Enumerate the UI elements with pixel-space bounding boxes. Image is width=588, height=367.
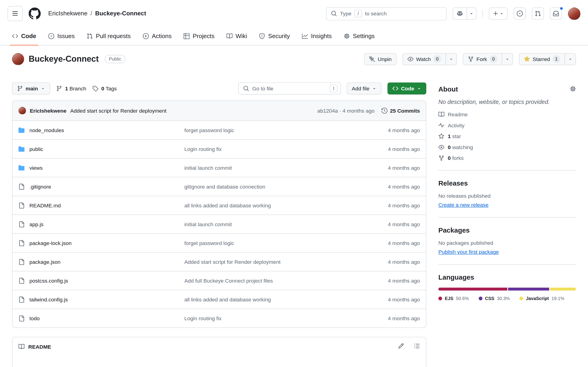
file-name-link[interactable]: public (29, 146, 43, 152)
user-avatar[interactable] (568, 7, 580, 20)
issue-opened-icon (517, 10, 523, 17)
tab-projects[interactable]: Projects (178, 27, 221, 45)
notifications-inbox-button[interactable] (550, 8, 562, 20)
file-name-link[interactable]: .gitignore (29, 184, 51, 190)
search-placeholder-pre: Type (340, 10, 351, 17)
sidebar-forks-link[interactable]: 0 forks (438, 155, 576, 161)
tab-code[interactable]: Code (6, 27, 42, 45)
file-icon (18, 315, 24, 321)
file-row: node_modules forget password logic 4 mon… (12, 120, 426, 139)
chevron-down-icon (449, 57, 454, 61)
file-commit-message[interactable]: Login routing fix (184, 146, 344, 152)
file-commit-time: 4 months ago (345, 240, 420, 246)
unpin-button[interactable]: Unpin (364, 53, 397, 65)
language-bar-segment-ejs (438, 288, 507, 291)
tab-insights[interactable]: Insights (296, 27, 338, 45)
sidebar-activity-link[interactable]: Activity (438, 123, 576, 128)
about-title: About (438, 85, 458, 93)
file-commit-message[interactable]: Add full Buckeye Connect project files (184, 277, 344, 284)
branches-link[interactable]: 1 Branch (56, 85, 86, 92)
pull-requests-dashboard-button[interactable] (532, 8, 544, 20)
go-to-file-input[interactable]: Go to file t (238, 82, 341, 94)
file-commit-message[interactable]: all links added and database working (184, 202, 344, 208)
file-name-link[interactable]: app.js (29, 221, 43, 227)
tags-link[interactable]: 0 Tags (92, 85, 117, 92)
starred-button[interactable]: Starred 1 (519, 53, 565, 65)
publish-package-link[interactable]: Publish your first package (438, 249, 499, 255)
tab-actions[interactable]: Actions (137, 27, 178, 45)
file-commit-message[interactable]: forget password logic (184, 127, 344, 133)
watch-button-group: Watch 0 (402, 53, 457, 65)
file-name-link[interactable]: package-lock.json (29, 240, 72, 246)
star-icon (438, 133, 444, 140)
fork-dropdown-button[interactable] (502, 53, 513, 65)
breadcrumb-repo[interactable]: Buckeye-Connect (95, 10, 146, 17)
commit-sha-time[interactable]: ab1204a · 4 months ago (317, 108, 374, 114)
releases-section: Releases No releases published Create a … (438, 180, 576, 218)
tab-issues[interactable]: Issues (42, 27, 81, 45)
file-commit-message[interactable]: Added start script for Render deployment (184, 259, 344, 265)
repo-forked-icon (468, 56, 474, 62)
hamburger-menu-button[interactable] (8, 6, 23, 21)
file-name-link[interactable]: postcss.config.js (29, 277, 68, 284)
repo-owner-avatar[interactable] (12, 53, 24, 65)
tab-settings[interactable]: Settings (338, 27, 381, 45)
file-commit-message[interactable]: gitIgnore and database connection (184, 184, 344, 190)
language-legend-item-ejs[interactable]: EJS 50.6% (438, 296, 468, 301)
file-name-link[interactable]: README.md (29, 202, 61, 208)
language-legend-item-javascript[interactable]: JavaScript 19.1% (519, 296, 564, 301)
commit-author[interactable]: EricIshekwene (30, 108, 67, 114)
tab-security[interactable]: Security (253, 27, 296, 45)
watch-dropdown-button[interactable] (446, 53, 457, 65)
file-name-link[interactable]: tailwind.config.js (29, 296, 68, 302)
commit-author-avatar[interactable] (18, 107, 26, 115)
plus-icon (493, 10, 499, 17)
file-commit-message[interactable]: initial launch commit (184, 165, 344, 171)
watch-button[interactable]: Watch 0 (402, 53, 446, 65)
sidebar-stars-link[interactable]: 1 star (438, 133, 576, 140)
commit-message[interactable]: Added start script for Render deployment (70, 108, 166, 114)
breadcrumb-owner[interactable]: EricIshekwene (48, 10, 87, 17)
sidebar-readme-link[interactable]: Readme (438, 112, 576, 118)
code-button[interactable]: Code (388, 82, 426, 94)
create-new-button[interactable] (489, 8, 508, 20)
edit-readme-button[interactable] (398, 343, 404, 350)
star-dropdown-button[interactable] (565, 53, 576, 65)
about-settings-button[interactable] (570, 85, 576, 93)
releases-empty-text: No releases published (438, 193, 576, 199)
gear-icon (570, 85, 576, 92)
outline-button[interactable] (414, 343, 420, 350)
search-placeholder-post: to search (365, 10, 387, 17)
packages-section: Packages No packages published Publish y… (438, 227, 576, 265)
file-name-link[interactable]: views (29, 165, 43, 171)
folder-icon (18, 165, 24, 171)
sidebar-watchers-link[interactable]: 0 watching (438, 144, 576, 150)
copilot-button[interactable] (453, 8, 467, 20)
file-commit-message[interactable]: initial launch commit (184, 221, 344, 227)
issues-dashboard-button[interactable] (514, 8, 526, 20)
file-name-link[interactable]: node_modules (29, 127, 64, 133)
language-legend-item-css[interactable]: CSS 30.3% (479, 296, 510, 301)
tab-pull-requests[interactable]: Pull requests (81, 27, 137, 45)
github-logo[interactable] (29, 8, 41, 20)
tab-wiki[interactable]: Wiki (221, 27, 253, 45)
fork-button[interactable]: Fork 0 (463, 53, 502, 65)
branch-selector-button[interactable]: main (12, 82, 50, 94)
commit-history-link[interactable]: 25 Commits (381, 108, 420, 114)
file-name-link[interactable]: package.json (29, 259, 61, 265)
file-commit-time: 4 months ago (345, 202, 420, 208)
file-toolbar: main 1 Branch 0 Tags Go to file t (12, 82, 426, 94)
global-search-input[interactable]: Type / to search (326, 7, 447, 20)
language-dot (519, 297, 523, 300)
t-key-hint: t (330, 85, 337, 92)
readme-header: README (12, 337, 426, 356)
copilot-dropdown-button[interactable] (467, 8, 477, 20)
file-name-link[interactable]: todo (29, 315, 40, 321)
file-commit-message[interactable]: all links added and database working (184, 296, 344, 302)
create-release-link[interactable]: Create a new release (438, 202, 488, 208)
add-file-button[interactable]: Add file (347, 82, 381, 94)
file-commit-message[interactable]: forget password logic (184, 240, 344, 246)
file-row: public Login routing fix 4 months ago (12, 139, 426, 158)
file-commit-message[interactable]: Login routing fix (184, 315, 344, 321)
eye-icon (438, 144, 444, 150)
